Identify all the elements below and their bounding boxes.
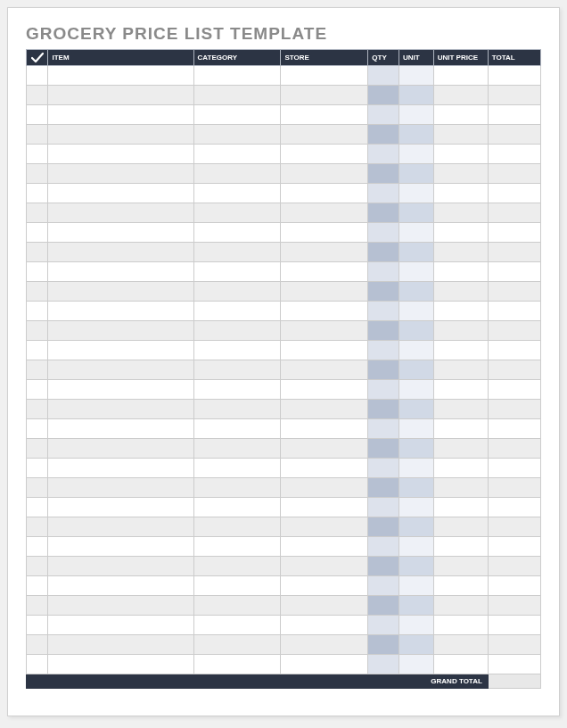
cell-category[interactable] (193, 360, 281, 380)
cell-qty[interactable] (368, 105, 399, 125)
cell-unit_price[interactable] (433, 596, 488, 616)
cell-store[interactable] (281, 243, 368, 262)
cell-unit_price[interactable] (433, 616, 488, 635)
cell-unit_price[interactable] (433, 439, 488, 459)
cell-total[interactable] (488, 360, 540, 380)
cell-store[interactable] (281, 635, 368, 655)
cell-category[interactable] (193, 243, 281, 262)
cell-unit[interactable] (399, 243, 433, 262)
cell-total[interactable] (488, 184, 540, 203)
cell-qty[interactable] (368, 125, 399, 145)
cell-unit_price[interactable] (433, 655, 488, 674)
cell-unit_price[interactable] (433, 184, 488, 203)
cell-category[interactable] (193, 498, 281, 517)
cell-item[interactable] (48, 478, 193, 498)
cell-total[interactable] (488, 498, 540, 517)
cell-item[interactable] (48, 145, 193, 164)
cell-qty[interactable] (368, 419, 399, 439)
cell-check[interactable] (27, 145, 48, 164)
cell-unit[interactable] (399, 66, 433, 86)
cell-unit[interactable] (399, 576, 433, 596)
cell-category[interactable] (193, 321, 281, 341)
cell-category[interactable] (193, 86, 281, 105)
cell-total[interactable] (488, 125, 540, 145)
cell-store[interactable] (281, 557, 368, 576)
cell-qty[interactable] (368, 302, 399, 321)
cell-check[interactable] (27, 419, 48, 439)
cell-qty[interactable] (368, 557, 399, 576)
cell-unit[interactable] (399, 380, 433, 400)
cell-unit[interactable] (399, 635, 433, 655)
cell-unit_price[interactable] (433, 86, 488, 105)
cell-total[interactable] (488, 419, 540, 439)
cell-qty[interactable] (368, 459, 399, 478)
cell-category[interactable] (193, 380, 281, 400)
cell-item[interactable] (48, 557, 193, 576)
cell-category[interactable] (193, 459, 281, 478)
cell-check[interactable] (27, 184, 48, 203)
cell-unit[interactable] (399, 164, 433, 184)
cell-total[interactable] (488, 243, 540, 262)
cell-check[interactable] (27, 243, 48, 262)
cell-category[interactable] (193, 105, 281, 125)
cell-unit[interactable] (399, 125, 433, 145)
cell-item[interactable] (48, 262, 193, 282)
cell-item[interactable] (48, 400, 193, 419)
cell-unit[interactable] (399, 616, 433, 635)
cell-store[interactable] (281, 616, 368, 635)
cell-unit_price[interactable] (433, 262, 488, 282)
cell-item[interactable] (48, 223, 193, 243)
cell-qty[interactable] (368, 576, 399, 596)
cell-store[interactable] (281, 498, 368, 517)
cell-item[interactable] (48, 203, 193, 223)
cell-unit_price[interactable] (433, 223, 488, 243)
cell-item[interactable] (48, 164, 193, 184)
cell-category[interactable] (193, 203, 281, 223)
cell-category[interactable] (193, 557, 281, 576)
cell-unit_price[interactable] (433, 576, 488, 596)
cell-store[interactable] (281, 419, 368, 439)
cell-unit_price[interactable] (433, 125, 488, 145)
cell-item[interactable] (48, 517, 193, 537)
cell-item[interactable] (48, 66, 193, 86)
cell-total[interactable] (488, 478, 540, 498)
cell-store[interactable] (281, 86, 368, 105)
cell-store[interactable] (281, 537, 368, 557)
cell-store[interactable] (281, 478, 368, 498)
cell-unit_price[interactable] (433, 360, 488, 380)
cell-store[interactable] (281, 223, 368, 243)
cell-qty[interactable] (368, 321, 399, 341)
cell-item[interactable] (48, 596, 193, 616)
cell-unit[interactable] (399, 341, 433, 360)
cell-qty[interactable] (368, 223, 399, 243)
cell-unit_price[interactable] (433, 243, 488, 262)
cell-total[interactable] (488, 400, 540, 419)
cell-check[interactable] (27, 576, 48, 596)
cell-store[interactable] (281, 302, 368, 321)
cell-item[interactable] (48, 439, 193, 459)
cell-qty[interactable] (368, 616, 399, 635)
cell-unit_price[interactable] (433, 164, 488, 184)
cell-category[interactable] (193, 262, 281, 282)
cell-total[interactable] (488, 517, 540, 537)
cell-item[interactable] (48, 302, 193, 321)
cell-total[interactable] (488, 655, 540, 674)
cell-store[interactable] (281, 517, 368, 537)
cell-unit_price[interactable] (433, 380, 488, 400)
cell-total[interactable] (488, 596, 540, 616)
cell-unit[interactable] (399, 282, 433, 302)
cell-total[interactable] (488, 321, 540, 341)
cell-qty[interactable] (368, 66, 399, 86)
cell-store[interactable] (281, 439, 368, 459)
cell-item[interactable] (48, 105, 193, 125)
cell-unit_price[interactable] (433, 105, 488, 125)
cell-check[interactable] (27, 125, 48, 145)
cell-store[interactable] (281, 105, 368, 125)
cell-item[interactable] (48, 380, 193, 400)
cell-store[interactable] (281, 66, 368, 86)
cell-total[interactable] (488, 262, 540, 282)
cell-total[interactable] (488, 557, 540, 576)
cell-qty[interactable] (368, 517, 399, 537)
cell-store[interactable] (281, 282, 368, 302)
cell-total[interactable] (488, 86, 540, 105)
